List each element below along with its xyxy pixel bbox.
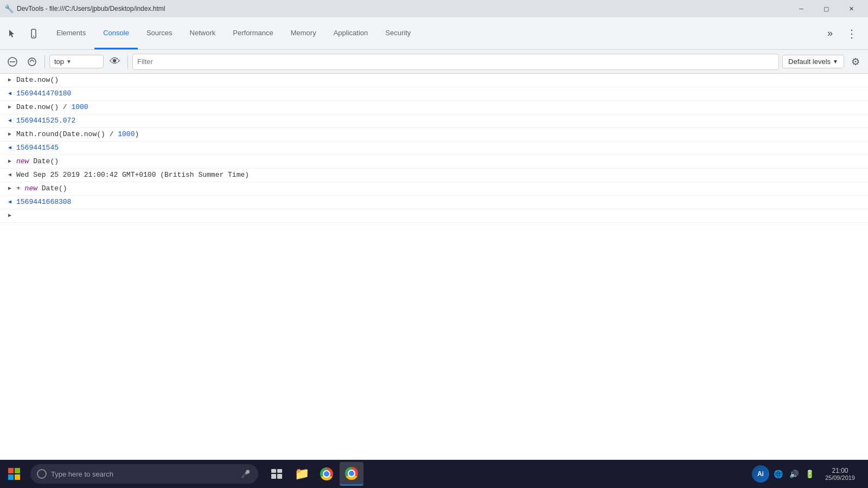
console-entry-4: 1569441525.072 xyxy=(16,116,75,126)
file-explorer-button[interactable]: 📁 xyxy=(290,462,314,486)
tab-console[interactable]: Console xyxy=(94,17,138,49)
collapse-icon-4[interactable] xyxy=(4,116,15,126)
console-entry-6: 1569441545 xyxy=(16,143,59,153)
console-row-6: 1569441545 xyxy=(0,142,868,155)
more-tabs-button[interactable]: » xyxy=(820,24,840,43)
svg-rect-7 xyxy=(271,469,276,473)
ai-label: Ai xyxy=(757,470,764,478)
close-button[interactable]: ✕ xyxy=(839,0,864,17)
svg-point-1 xyxy=(33,36,34,37)
console-toolbar: top ▼ 👁 Default levels ▼ ⚙ xyxy=(0,50,868,74)
console-row-8: Wed Sep 25 2019 21:00:42 GMT+0100 (Briti… xyxy=(0,169,868,182)
devtools-tabs: Elements Console Sources Network Perform… xyxy=(48,17,816,49)
expand-icon-7[interactable] xyxy=(4,157,15,166)
ai-button[interactable]: Ai xyxy=(752,465,769,483)
tab-memory[interactable]: Memory xyxy=(282,17,325,49)
folder-icon: 📁 xyxy=(295,467,309,481)
filter-input[interactable] xyxy=(133,55,778,68)
console-entry-8: Wed Sep 25 2019 21:00:42 GMT+0100 (Briti… xyxy=(16,170,249,180)
devtools-nav: Elements Console Sources Network Perform… xyxy=(0,17,868,50)
filter-box[interactable] xyxy=(132,54,779,70)
console-entry-5: Math.round(Date.now() / 1000) xyxy=(16,130,139,139)
mobile-icon[interactable] xyxy=(24,24,43,43)
taskbar-items: 📁 xyxy=(260,462,368,486)
clear-console-button[interactable] xyxy=(4,54,21,70)
taskbar-search-placeholder: Type here to search xyxy=(51,470,113,478)
clock-time: 21:00 xyxy=(825,467,855,474)
chrome-button-1[interactable] xyxy=(315,462,339,486)
start-button[interactable] xyxy=(0,460,28,488)
stop-recording-button[interactable] xyxy=(24,54,40,70)
collapse-icon-10[interactable] xyxy=(4,197,15,207)
cursor-icon[interactable] xyxy=(2,24,22,43)
expand-icon-1[interactable] xyxy=(4,75,15,85)
console-entry-1: Date.now() xyxy=(16,75,59,85)
battery-tray-icon[interactable]: 🔋 xyxy=(803,467,816,480)
minimize-button[interactable]: ─ xyxy=(789,0,814,17)
window-controls: ─ ▢ ✕ xyxy=(789,0,864,17)
context-selector[interactable]: top ▼ xyxy=(49,55,104,68)
console-row-11 xyxy=(0,209,868,223)
console-entry-9: + new Date() xyxy=(16,184,67,194)
console-entry-10: 1569441668308 xyxy=(16,197,71,207)
chrome-icon-1 xyxy=(320,467,333,480)
network-tray-icon[interactable]: 🌐 xyxy=(771,467,785,480)
default-levels-label: Default levels xyxy=(788,57,831,66)
tab-application[interactable]: Application xyxy=(325,17,377,49)
tab-security[interactable]: Security xyxy=(376,17,419,49)
console-row-7: new Date() xyxy=(0,155,868,169)
microphone-icon[interactable]: 🎤 xyxy=(239,467,252,480)
console-row-9: + new Date() xyxy=(0,182,868,196)
default-levels-button[interactable]: Default levels ▼ xyxy=(782,55,844,68)
taskbar-search[interactable]: Type here to search 🎤 xyxy=(30,464,258,484)
nav-left-icons xyxy=(2,17,48,49)
toolbar-divider-2 xyxy=(127,55,128,68)
toolbar-divider-1 xyxy=(44,55,45,68)
console-entry-3: Date.now() / 1000 xyxy=(16,102,88,112)
system-clock[interactable]: 21:00 25/09/2019 xyxy=(819,467,861,481)
taskbar-tray: Ai 🌐 🔊 🔋 21:00 25/09/2019 xyxy=(745,465,868,483)
expand-icon-11[interactable] xyxy=(4,211,15,221)
clock-date: 25/09/2019 xyxy=(825,474,855,481)
context-label: top xyxy=(54,57,64,66)
console-row-4: 1569441525.072 xyxy=(0,114,868,128)
search-circle-icon xyxy=(37,469,47,479)
nav-right-icons: » ⋮ xyxy=(816,17,866,49)
more-options-button[interactable]: ⋮ xyxy=(842,24,861,43)
devtools-icon: 🔧 xyxy=(4,4,14,13)
svg-point-4 xyxy=(28,58,36,66)
expand-icon-9[interactable] xyxy=(4,184,15,194)
tab-sources[interactable]: Sources xyxy=(138,17,181,49)
tab-network[interactable]: Network xyxy=(181,17,225,49)
console-settings-icon[interactable]: ⚙ xyxy=(847,54,864,70)
svg-rect-8 xyxy=(277,469,282,473)
svg-line-6 xyxy=(32,60,34,62)
console-row-3: Date.now() / 1000 xyxy=(0,101,868,114)
console-row-1: Date.now() xyxy=(0,74,868,87)
console-entry-7: new Date() xyxy=(16,157,59,166)
console-entry-2: 1569441470180 xyxy=(16,89,71,99)
svg-rect-10 xyxy=(277,474,282,479)
svg-line-5 xyxy=(30,60,32,62)
expand-icon-3[interactable] xyxy=(4,102,15,112)
svg-rect-9 xyxy=(271,474,276,479)
eye-icon[interactable]: 👁 xyxy=(107,54,123,70)
collapse-icon-6[interactable] xyxy=(4,143,15,153)
console-row-5: Math.round(Date.now() / 1000) xyxy=(0,128,868,142)
collapse-icon-2[interactable] xyxy=(4,89,15,99)
chrome-button-2[interactable] xyxy=(340,462,363,486)
sound-tray-icon[interactable]: 🔊 xyxy=(787,467,801,480)
tab-performance[interactable]: Performance xyxy=(224,17,282,49)
console-row-2: 1569441470180 xyxy=(0,87,868,101)
taskbar: Type here to search 🎤 📁 A xyxy=(0,460,868,488)
titlebar: 🔧 DevTools - file:///C:/Users/jpbub/Desk… xyxy=(0,0,868,17)
context-chevron-down-icon: ▼ xyxy=(66,59,72,65)
collapse-icon-8[interactable] xyxy=(4,170,15,180)
console-row-10: 1569441668308 xyxy=(0,196,868,209)
expand-icon-5[interactable] xyxy=(4,130,15,139)
windows-logo-icon xyxy=(8,468,20,480)
task-view-button[interactable] xyxy=(265,462,289,486)
maximize-button[interactable]: ▢ xyxy=(814,0,839,17)
tab-elements[interactable]: Elements xyxy=(48,17,94,49)
levels-chevron-down-icon: ▼ xyxy=(833,59,838,65)
